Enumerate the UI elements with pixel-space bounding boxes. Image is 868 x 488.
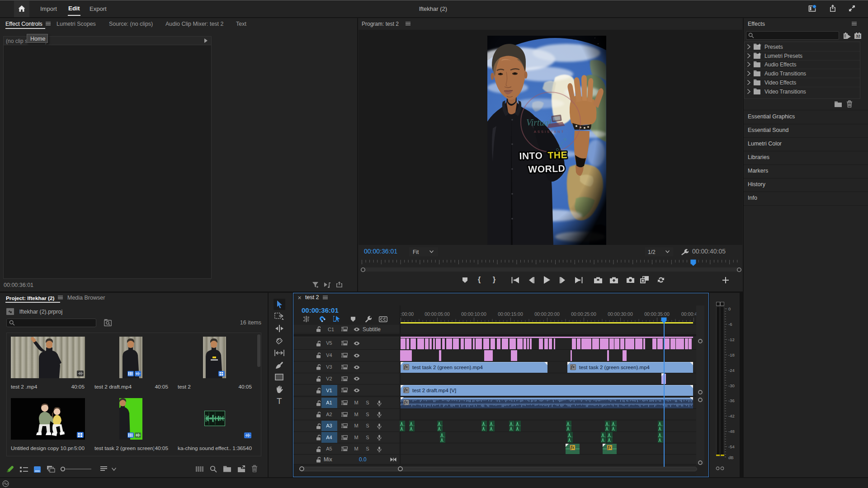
svg-text:Virtual: Virtual — [526, 117, 552, 127]
svg-text:INTO: INTO — [519, 150, 542, 161]
svg-text:WORLD: WORLD — [528, 163, 565, 174]
svg-text:THE: THE — [547, 150, 567, 160]
svg-text:ASSISTANT: ASSISTANT — [534, 130, 565, 134]
svg-text:32: 32 — [856, 34, 860, 38]
